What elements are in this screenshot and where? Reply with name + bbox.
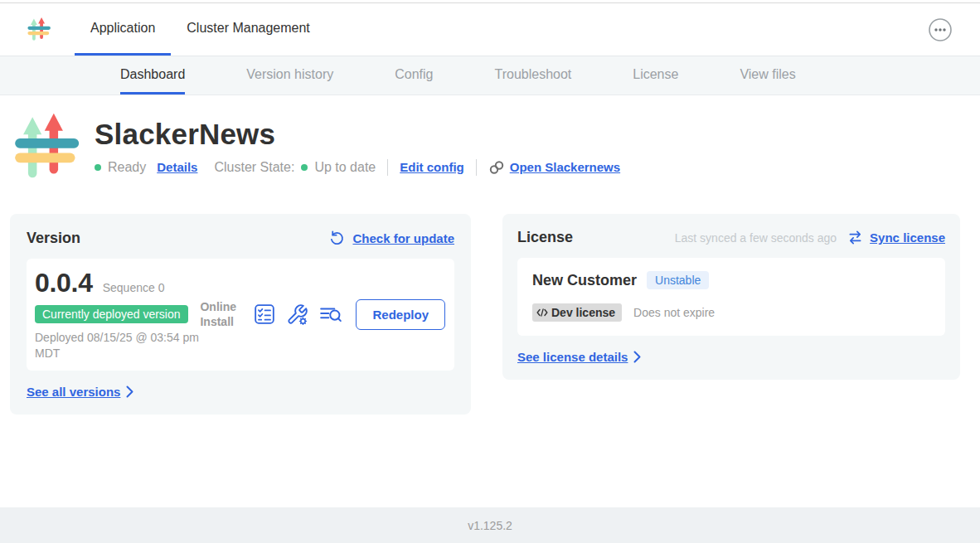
channel-badge: Unstable xyxy=(647,271,709,289)
license-type-label: Dev license xyxy=(551,306,615,319)
cluster-state-dot-icon xyxy=(301,164,308,171)
redeploy-button[interactable]: Redeploy xyxy=(356,299,445,330)
customer-name: New Customer xyxy=(532,272,637,289)
config-wrench-icon[interactable] xyxy=(286,303,308,326)
details-link[interactable]: Details xyxy=(157,160,197,174)
sync-arrows-icon xyxy=(847,230,863,245)
version-card: Version Check for update 0.0.4 Sequence … xyxy=(10,214,471,415)
subnav-config[interactable]: Config xyxy=(395,56,433,95)
app-subnav: Dashboard Version history Config Trouble… xyxy=(0,56,980,95)
page-title: SlackerNews xyxy=(95,119,620,150)
subnav-license[interactable]: License xyxy=(633,56,678,95)
subnav-troubleshoot[interactable]: Troubleshoot xyxy=(494,56,571,95)
edit-config-link[interactable]: Edit config xyxy=(400,160,464,174)
app-logo-icon xyxy=(27,17,52,42)
open-app-link-label: Open Slackernews xyxy=(510,160,620,174)
subnav-troubleshoot-label: Troubleshoot xyxy=(494,67,571,82)
current-version-panel: 0.0.4 Sequence 0 Currently deployed vers… xyxy=(27,259,454,371)
chevron-right-icon xyxy=(633,351,641,363)
deployed-status-badge: Currently deployed version xyxy=(35,305,188,323)
license-expiry-text: Does not expire xyxy=(633,306,715,319)
last-synced-text: Last synced a few seconds ago xyxy=(675,231,837,245)
console-version-text: v1.125.2 xyxy=(468,519,512,532)
top-header: Application Cluster Management xyxy=(0,3,980,56)
subnav-license-label: License xyxy=(633,67,678,82)
tab-cluster-management[interactable]: Cluster Management xyxy=(171,3,326,56)
sequence-label: Sequence 0 xyxy=(103,281,165,294)
divider xyxy=(476,159,477,176)
tab-application[interactable]: Application xyxy=(75,3,171,56)
tab-cluster-management-label: Cluster Management xyxy=(187,21,310,36)
see-all-versions-link[interactable]: See all versions xyxy=(27,385,133,399)
subnav-dashboard-label: Dashboard xyxy=(120,67,185,82)
check-for-update-link[interactable]: Check for update xyxy=(352,231,454,245)
primary-nav: Application Cluster Management xyxy=(75,3,326,56)
subnav-config-label: Config xyxy=(395,67,433,82)
subnav-dashboard[interactable]: Dashboard xyxy=(120,56,185,95)
sync-license-link[interactable]: Sync license xyxy=(870,230,945,245)
view-files-diff-icon[interactable] xyxy=(319,303,342,325)
app-logo-large-icon xyxy=(14,111,84,183)
license-panel: New Customer Unstable Dev license Does n… xyxy=(517,258,945,336)
app-status-text: Ready xyxy=(108,160,146,175)
version-card-title: Version xyxy=(27,230,80,247)
subnav-version-history[interactable]: Version history xyxy=(246,56,333,95)
cluster-state-label: Cluster State: xyxy=(214,160,294,175)
cluster-state-text: Up to date xyxy=(314,160,376,175)
see-all-versions-label: See all versions xyxy=(27,385,120,399)
see-license-details-link[interactable]: See license details xyxy=(517,350,641,364)
open-app-link[interactable]: Open Slackernews xyxy=(488,160,620,175)
subnav-view-files[interactable]: View files xyxy=(740,56,795,95)
dashboard-cards: Version Check for update 0.0.4 Sequence … xyxy=(10,214,960,415)
app-status-row: Ready Details Cluster State: Up to date … xyxy=(95,159,620,176)
version-number: 0.0.4 xyxy=(35,268,93,298)
code-icon xyxy=(536,308,548,318)
chain-link-icon xyxy=(488,160,505,175)
preflight-checks-icon[interactable] xyxy=(254,303,275,325)
chevron-right-icon xyxy=(126,385,133,398)
app-hero: SlackerNews Ready Details Cluster State:… xyxy=(14,111,620,183)
install-type-label: Online Install xyxy=(200,299,243,329)
license-card-title: License xyxy=(517,229,573,246)
app-status-dot-icon xyxy=(95,164,101,171)
subnav-view-files-label: View files xyxy=(740,67,795,82)
ellipsis-circle-icon xyxy=(928,17,953,42)
subnav-version-history-label: Version history xyxy=(246,67,333,82)
overflow-menu-button[interactable] xyxy=(928,17,953,42)
tab-application-label: Application xyxy=(90,21,155,36)
license-card: License Last synced a few seconds ago Sy… xyxy=(502,214,960,380)
deployed-timestamp: Deployed 08/15/25 @ 03:54 pm MDT xyxy=(35,330,200,361)
divider xyxy=(387,159,388,176)
license-type-badge: Dev license xyxy=(532,303,622,322)
app-footer: v1.125.2 xyxy=(0,507,980,543)
see-license-details-label: See license details xyxy=(517,350,628,364)
refresh-icon xyxy=(328,230,346,247)
